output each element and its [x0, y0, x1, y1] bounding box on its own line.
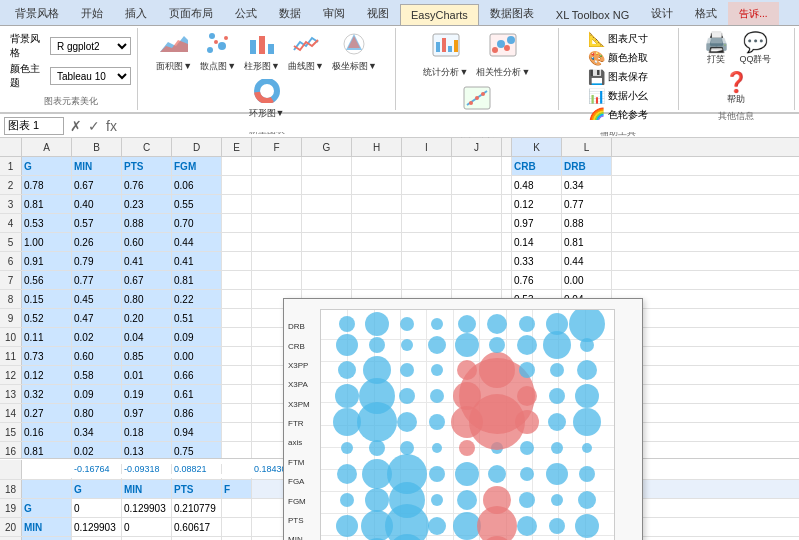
cell-a1[interactable]: G: [22, 157, 72, 175]
cell[interactable]: [222, 328, 252, 346]
cell[interactable]: 0.73: [22, 347, 72, 365]
cell[interactable]: [222, 290, 252, 308]
cell[interactable]: 0.04: [122, 328, 172, 346]
cell[interactable]: 0.44: [562, 252, 612, 270]
cell[interactable]: 0.55: [172, 195, 222, 213]
cell[interactable]: 0.210779: [172, 499, 222, 517]
cell[interactable]: 0.23: [122, 195, 172, 213]
cell[interactable]: 0.11: [22, 328, 72, 346]
col-c[interactable]: C: [122, 138, 172, 156]
cell[interactable]: 0.76: [512, 271, 562, 289]
cell[interactable]: [252, 214, 302, 232]
cell-f1[interactable]: [252, 157, 302, 175]
bar-chart-btn[interactable]: 柱形图▼: [241, 30, 283, 75]
cell[interactable]: 0.53: [22, 214, 72, 232]
area-chart-btn[interactable]: 面积图▼: [153, 30, 195, 75]
cell[interactable]: 0.33: [512, 252, 562, 270]
cell[interactable]: [302, 271, 352, 289]
cell[interactable]: 0.85: [122, 347, 172, 365]
cell-l1[interactable]: DRB: [562, 157, 612, 175]
bottom-cell[interactable]: -0.16764: [72, 464, 122, 474]
cell[interactable]: 0.02: [72, 328, 122, 346]
cell[interactable]: 0.60: [122, 233, 172, 251]
cell[interactable]: 0.129903: [122, 499, 172, 517]
cell[interactable]: 0.48: [512, 176, 562, 194]
stat-analysis-btn[interactable]: 统计分析▼: [420, 30, 471, 81]
cell[interactable]: [402, 195, 452, 213]
tab-page-layout[interactable]: 页面布局: [158, 1, 224, 25]
confirm-formula-btn[interactable]: ✓: [86, 118, 102, 134]
insert-formula-btn[interactable]: fx: [104, 118, 119, 134]
cell-e1[interactable]: [222, 157, 252, 175]
cell[interactable]: [452, 214, 502, 232]
color-pick-btn[interactable]: 🎨 颜色拾取: [585, 49, 651, 67]
cell-b1[interactable]: MIN: [72, 157, 122, 175]
cell[interactable]: 0.66: [172, 366, 222, 384]
cell[interactable]: [252, 195, 302, 213]
cell[interactable]: [352, 214, 402, 232]
cell[interactable]: 0.57: [72, 214, 122, 232]
cell[interactable]: [402, 252, 452, 270]
cell-g1[interactable]: [302, 157, 352, 175]
cell[interactable]: 0.12: [512, 195, 562, 213]
cell[interactable]: 0.40: [72, 195, 122, 213]
cell[interactable]: 0.81: [172, 271, 222, 289]
tab-review[interactable]: 审阅: [312, 1, 356, 25]
bottom-cell[interactable]: 0.08821: [172, 464, 222, 474]
cell[interactable]: 0.88: [562, 214, 612, 232]
cell[interactable]: 0.94: [172, 423, 222, 441]
cell[interactable]: [402, 271, 452, 289]
cell[interactable]: 0.16: [22, 423, 72, 441]
cell[interactable]: 0.20: [122, 309, 172, 327]
cell-h1[interactable]: [352, 157, 402, 175]
polar-chart-btn[interactable]: 极坐标图▼: [329, 30, 380, 75]
cell[interactable]: [302, 252, 352, 270]
bg-style-select[interactable]: R ggplot2: [50, 37, 131, 55]
cell[interactable]: 0: [72, 499, 122, 517]
cell[interactable]: 0.77: [72, 271, 122, 289]
cell[interactable]: 0.19: [122, 385, 172, 403]
cell[interactable]: 0.79: [72, 252, 122, 270]
cell[interactable]: 0.81: [22, 195, 72, 213]
name-box[interactable]: [4, 117, 64, 135]
cell[interactable]: [402, 233, 452, 251]
cell[interactable]: 0.01: [122, 366, 172, 384]
tab-data[interactable]: 数据: [268, 1, 312, 25]
cancel-formula-btn[interactable]: ✗: [68, 118, 84, 134]
bottom-cell[interactable]: -0.09318: [122, 464, 172, 474]
cell[interactable]: [222, 366, 252, 384]
cell-j1[interactable]: [452, 157, 502, 175]
cell[interactable]: 0.18: [122, 423, 172, 441]
cell[interactable]: [222, 309, 252, 327]
tab-background[interactable]: 背景风格: [4, 1, 70, 25]
cell[interactable]: 0.14: [512, 233, 562, 251]
cell[interactable]: [352, 233, 402, 251]
cell[interactable]: 0.52: [22, 309, 72, 327]
cell[interactable]: [302, 195, 352, 213]
cell[interactable]: 0.58: [72, 366, 122, 384]
cell[interactable]: G: [72, 480, 122, 498]
cell[interactable]: 0.41: [122, 252, 172, 270]
cell[interactable]: 0.56: [22, 271, 72, 289]
cell[interactable]: [452, 271, 502, 289]
print-btn[interactable]: 🖨️ 打笑: [698, 30, 734, 68]
cell[interactable]: 0.06: [172, 176, 222, 194]
cell[interactable]: [252, 271, 302, 289]
cell[interactable]: [352, 252, 402, 270]
cell[interactable]: [452, 252, 502, 270]
cell[interactable]: 0.34: [562, 176, 612, 194]
formula-input[interactable]: [123, 120, 795, 132]
cell[interactable]: 0.60: [72, 347, 122, 365]
cell[interactable]: F: [222, 480, 252, 498]
cell[interactable]: 0.45: [72, 290, 122, 308]
cell[interactable]: 0.129903: [72, 518, 122, 536]
cell[interactable]: 0.44: [172, 233, 222, 251]
cell[interactable]: 0.09: [72, 385, 122, 403]
col-d[interactable]: D: [172, 138, 222, 156]
col-l[interactable]: L: [562, 138, 612, 156]
cell[interactable]: [452, 233, 502, 251]
cell[interactable]: [222, 347, 252, 365]
cell[interactable]: 0.91: [22, 252, 72, 270]
cell[interactable]: 0.51: [172, 309, 222, 327]
cell[interactable]: [222, 233, 252, 251]
